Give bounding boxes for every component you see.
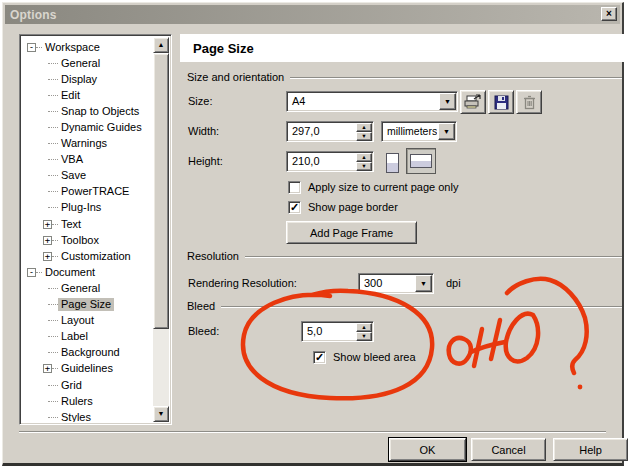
tree-item-workspace[interactable]: -Workspace bbox=[22, 39, 153, 55]
rendering-resolution-combo[interactable]: 300 ▼ bbox=[358, 273, 434, 294]
tree-item-warnings[interactable]: Warnings bbox=[22, 136, 153, 152]
tree-scrollbar[interactable]: ▲ ▼ bbox=[153, 37, 169, 422]
tree-item-rulers[interactable]: Rulers bbox=[22, 393, 153, 409]
close-button[interactable]: × bbox=[601, 7, 617, 21]
tree-item-label: General bbox=[58, 57, 103, 70]
tree-item-general[interactable]: General bbox=[22, 55, 153, 71]
tree-item-label: Warnings bbox=[58, 137, 110, 150]
scroll-thumb[interactable] bbox=[153, 53, 169, 329]
save-page-size-button[interactable] bbox=[488, 90, 514, 114]
tree-item-layout[interactable]: Layout bbox=[22, 313, 153, 329]
tree-item-display[interactable]: Display bbox=[22, 71, 153, 87]
tree-item-label: Styles bbox=[58, 411, 94, 422]
get-from-printer-button[interactable] bbox=[460, 90, 486, 114]
show-bleed-area-checkbox-box[interactable]: ✓ bbox=[313, 351, 326, 364]
add-page-frame-button[interactable]: Add Page Frame bbox=[286, 221, 417, 244]
landscape-button[interactable] bbox=[406, 148, 436, 174]
tree-item-save[interactable]: Save bbox=[22, 168, 153, 184]
tree-item-grid[interactable]: Grid bbox=[22, 377, 153, 393]
printer-icon bbox=[464, 94, 482, 110]
width-label: Width: bbox=[188, 125, 219, 137]
tree-item-document[interactable]: -Document bbox=[22, 264, 153, 280]
panel-header: Page Size bbox=[180, 34, 625, 62]
apply-size-checkbox[interactable]: Apply size to current page only bbox=[288, 181, 458, 194]
bleed-spinner[interactable]: 5,0 ▲ ▼ bbox=[301, 321, 374, 342]
tree-connector bbox=[48, 207, 58, 208]
dpi-label: dpi bbox=[446, 277, 461, 289]
rendering-resolution-combo-button[interactable]: ▼ bbox=[415, 275, 432, 292]
tree-item-vba[interactable]: VBA bbox=[22, 152, 153, 168]
help-button[interactable]: Help bbox=[553, 438, 628, 461]
tree-item-label: Background bbox=[58, 346, 123, 359]
show-page-border-checkbox[interactable]: ✓ Show page border bbox=[288, 201, 398, 214]
expand-icon[interactable]: + bbox=[43, 252, 52, 261]
check-icon: ✓ bbox=[315, 352, 324, 363]
tree-item-guidelines[interactable]: +Guidelines bbox=[22, 361, 153, 377]
bleed-spin-up[interactable]: ▲ bbox=[356, 323, 372, 332]
spin-down-icon: ▼ bbox=[361, 163, 366, 169]
delete-page-size-button[interactable] bbox=[516, 90, 542, 114]
landscape-page-icon bbox=[410, 154, 432, 168]
tree-item-label: Label bbox=[58, 330, 91, 343]
show-page-border-checkbox-box[interactable]: ✓ bbox=[288, 201, 301, 214]
units-combo-button[interactable]: ▼ bbox=[438, 123, 455, 140]
ok-button[interactable]: OK bbox=[389, 438, 466, 461]
tree-item-label[interactable]: Label bbox=[22, 329, 153, 345]
show-bleed-area-checkbox[interactable]: ✓ Show bleed area bbox=[313, 351, 416, 364]
collapse-icon[interactable]: - bbox=[27, 43, 36, 52]
units-combo-value: millimeters bbox=[382, 122, 437, 141]
title-bar[interactable]: Options × bbox=[5, 5, 620, 24]
tree-item-edit[interactable]: Edit bbox=[22, 87, 153, 103]
tree-item-snap-to-objects[interactable]: Snap to Objects bbox=[22, 103, 153, 119]
tree-item-plug-ins[interactable]: Plug-Ins bbox=[22, 200, 153, 216]
height-spin-up[interactable]: ▲ bbox=[356, 153, 372, 162]
tree-item-label: Grid bbox=[58, 379, 85, 392]
tree-item-general[interactable]: General bbox=[22, 280, 153, 296]
tree-item-text[interactable]: +Text bbox=[22, 216, 153, 232]
height-spinner[interactable]: 210,0 ▲ ▼ bbox=[286, 151, 374, 172]
check-icon: ✓ bbox=[290, 202, 299, 213]
tree-connector bbox=[48, 95, 58, 96]
tree-item-customization[interactable]: +Customization bbox=[22, 248, 153, 264]
tree-item-toolbox[interactable]: +Toolbox bbox=[22, 232, 153, 248]
units-combo[interactable]: millimeters ▼ bbox=[381, 121, 457, 142]
spin-down-icon: ▼ bbox=[361, 133, 366, 139]
width-spin-up[interactable]: ▲ bbox=[356, 123, 372, 132]
size-combo-button[interactable]: ▼ bbox=[439, 93, 456, 110]
size-combo[interactable]: A4 ▼ bbox=[286, 91, 458, 112]
tree-connector bbox=[48, 175, 58, 176]
tree-item-label: Edit bbox=[58, 89, 83, 102]
expand-icon[interactable]: + bbox=[43, 364, 52, 373]
width-spin-down[interactable]: ▼ bbox=[356, 132, 372, 141]
tree-item-background[interactable]: Background bbox=[22, 345, 153, 361]
bleed-spin-down[interactable]: ▼ bbox=[356, 332, 372, 341]
tree-connector bbox=[48, 352, 58, 353]
portrait-button[interactable] bbox=[383, 150, 401, 176]
resolution-label: Resolution bbox=[187, 250, 245, 262]
show-bleed-area-checkbox-label: Show bleed area bbox=[326, 351, 416, 364]
tree-item-powertrace[interactable]: PowerTRACE bbox=[22, 184, 153, 200]
tree-connector bbox=[48, 159, 58, 160]
bleed-label: Bleed: bbox=[188, 325, 219, 337]
tree-item-page-size[interactable]: Page Size bbox=[22, 297, 153, 313]
bleed-section-header: Bleed bbox=[187, 300, 622, 312]
scroll-up-button[interactable]: ▲ bbox=[153, 37, 169, 53]
tree-connector bbox=[48, 288, 58, 289]
tree-item-label: Layout bbox=[58, 314, 97, 327]
scroll-down-button[interactable]: ▼ bbox=[153, 406, 169, 422]
tree-items: -WorkspaceGeneralDisplayEditSnap to Obje… bbox=[22, 37, 153, 422]
width-spinner[interactable]: 297,0 ▲ ▼ bbox=[286, 121, 374, 142]
tree-connector bbox=[48, 401, 58, 402]
resolution-section-header: Resolution bbox=[187, 250, 622, 262]
rendering-resolution-value: 300 bbox=[359, 274, 414, 293]
size-orientation-section-header: Size and orientation bbox=[187, 71, 622, 83]
apply-size-checkbox-box[interactable] bbox=[288, 181, 301, 194]
cancel-button[interactable]: Cancel bbox=[471, 438, 546, 461]
bottom-divider bbox=[19, 431, 606, 433]
expand-icon[interactable]: + bbox=[43, 220, 52, 229]
tree-item-dynamic-guides[interactable]: Dynamic Guides bbox=[22, 119, 153, 135]
collapse-icon[interactable]: - bbox=[27, 268, 36, 277]
expand-icon[interactable]: + bbox=[43, 236, 52, 245]
tree-item-styles[interactable]: Styles bbox=[22, 409, 153, 422]
height-spin-down[interactable]: ▼ bbox=[356, 162, 372, 171]
